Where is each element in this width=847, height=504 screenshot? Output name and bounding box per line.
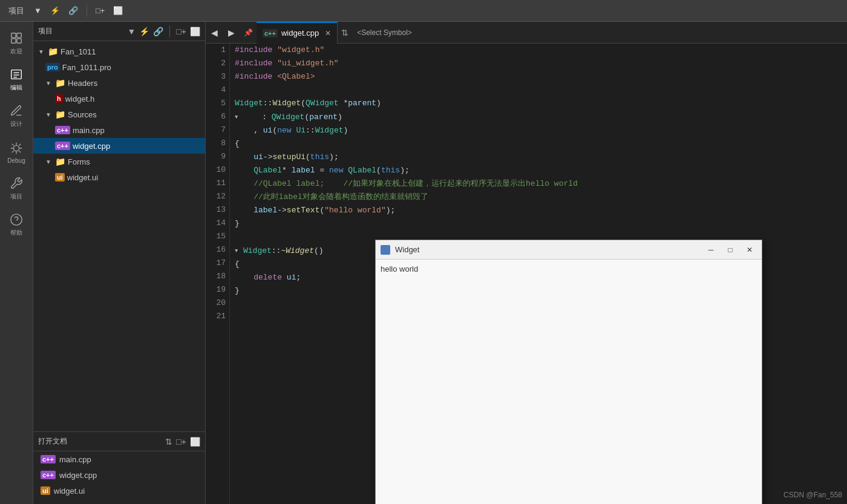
forms-folder-icon: 📁	[55, 157, 65, 166]
fold-arrow-6[interactable]: ▼	[235, 110, 243, 124]
toolbar-sep-1	[87, 5, 87, 17]
sources-name: Sources	[68, 110, 97, 119]
file-panel: 项目 ▼ ⚡ 🔗 □+ ⬜ ▼ 📁 Fan_1011 pro Fan_1011.…	[33, 22, 206, 504]
file-panel-filter2-btn[interactable]: ⚡	[139, 27, 149, 36]
svg-rect-3	[17, 39, 21, 43]
icon-sidebar: 欢迎 编辑 设计 Debug	[0, 22, 33, 504]
doc-widget-icon: c++	[41, 471, 56, 479]
tree-item-root[interactable]: ▼ 📁 Fan_1011	[33, 44, 205, 59]
file-panel-header: 项目 ▼ ⚡ 🔗 □+ ⬜	[33, 22, 205, 41]
tree-item-widget-ui[interactable]: ui widget.ui	[33, 169, 205, 185]
project-sidebar-label: 项目	[10, 192, 22, 201]
file-panel-img-btn[interactable]: ⬜	[190, 27, 200, 36]
main-area: 欢迎 编辑 设计 Debug	[0, 22, 847, 504]
tree-item-widget-cpp[interactable]: c++ widget.cpp	[33, 138, 205, 154]
open-docs-header: 打开文档 ⇅ □+ ⬜	[33, 432, 205, 451]
fold-arrow-16[interactable]: ▼	[235, 244, 243, 258]
tree-item-forms[interactable]: ▼ 📁 Forms	[33, 154, 205, 169]
file-panel-filter-btn[interactable]: ▼	[128, 27, 136, 36]
tree-item-main-cpp[interactable]: c++ main.cpp	[33, 122, 205, 138]
open-doc-widget-cpp[interactable]: c++ widget.cpp	[33, 467, 205, 483]
headers-folder-icon: 📁	[55, 78, 65, 88]
forms-arrow: ▼	[45, 159, 53, 165]
edit-label: 编辑	[10, 83, 22, 92]
popup-window: Widget ─ □ ✕ hello world	[375, 240, 762, 504]
widget-h-name: widget.h	[65, 94, 94, 103]
popup-title-icon	[381, 245, 390, 255]
main-cpp-name: main.cpp	[73, 126, 105, 135]
tree-item-pro[interactable]: pro Fan_1011.pro	[33, 59, 205, 75]
doc-main-icon: c++	[41, 455, 56, 463]
file-panel-add-btn[interactable]: □+	[176, 27, 186, 36]
nav-back-btn[interactable]: ◀	[206, 22, 223, 44]
tab-widget-cpp-name: widget.cpp	[281, 28, 319, 38]
line-numbers: 1 2 3 4 5 6 7 8 9 10 11 12 13 14 15 16 1…	[206, 44, 230, 504]
open-docs-panel: 打开文档 ⇅ □+ ⬜ c++ main.cpp c++ widget.cpp …	[33, 431, 205, 504]
popup-minimize-btn[interactable]: ─	[704, 244, 718, 256]
sources-arrow: ▼	[45, 111, 53, 118]
open-docs-title: 打开文档	[38, 436, 162, 447]
open-docs-sort-btn[interactable]: ⇅	[165, 437, 172, 447]
pro-name: Fan_1011.pro	[62, 63, 111, 72]
symbol-placeholder: <Select Symbol>	[357, 28, 412, 37]
add-icon-btn[interactable]: □+	[93, 5, 107, 16]
tree-item-headers[interactable]: ▼ 📁 Headers	[33, 75, 205, 91]
open-docs-add-btn[interactable]: □+	[176, 437, 186, 447]
headers-arrow: ▼	[45, 80, 53, 87]
image-icon-btn[interactable]: ⬜	[111, 5, 125, 16]
tab-widget-cpp[interactable]: c++ widget.cpp ✕	[257, 22, 338, 44]
root-folder-icon: 📁	[48, 47, 58, 56]
open-docs-list: c++ main.cpp c++ widget.cpp ui widget.ui	[33, 451, 205, 504]
tab-sort-btn[interactable]: ⇅	[338, 22, 352, 44]
main-cpp-icon: c++	[55, 126, 70, 134]
debug-label: Debug	[7, 157, 25, 164]
editor-tabbar: ◀ ▶ 📌 c++ widget.cpp ✕ ⇅ <Select Symbol>	[206, 22, 847, 44]
popup-maximize-btn[interactable]: □	[723, 244, 737, 256]
svg-rect-2	[11, 39, 16, 43]
tree-item-sources[interactable]: ▼ 📁 Sources	[33, 106, 205, 122]
root-name: Fan_1011	[60, 47, 96, 56]
pro-icon: pro	[45, 63, 60, 71]
file-tree: ▼ 📁 Fan_1011 pro Fan_1011.pro ▼ 📁 Header…	[33, 41, 205, 431]
popup-content: hello world	[376, 260, 762, 504]
open-docs-scroll-btn[interactable]: ⬜	[190, 437, 200, 447]
watermark: CSDN @Fan_558	[783, 491, 842, 499]
doc-ui-name: widget.ui	[54, 486, 85, 496]
sidebar-item-project[interactable]: 项目	[1, 172, 31, 206]
filter-btn[interactable]: ▼	[31, 5, 44, 16]
project-label: 项目	[5, 4, 28, 18]
file-panel-link-btn[interactable]: 🔗	[153, 27, 163, 36]
popup-title-text: Widget	[395, 245, 699, 254]
open-doc-main-cpp[interactable]: c++ main.cpp	[33, 451, 205, 467]
sidebar-item-debug[interactable]: Debug	[1, 136, 31, 169]
editor-area: ◀ ▶ 📌 c++ widget.cpp ✕ ⇅ <Select Symbol>…	[206, 22, 847, 504]
filter-icon-btn[interactable]: ⚡	[48, 5, 62, 16]
tree-item-widget-h[interactable]: h widget.h	[33, 91, 205, 106]
popup-close-btn[interactable]: ✕	[742, 244, 757, 256]
widget-cpp-name: widget.cpp	[73, 142, 110, 151]
main-toolbar: 项目 ▼ ⚡ 🔗 □+ ⬜	[0, 0, 847, 22]
link-icon-btn[interactable]: 🔗	[66, 5, 80, 16]
sidebar-item-welcome[interactable]: 欢迎	[1, 27, 31, 61]
sidebar-item-design[interactable]: 设计	[1, 99, 31, 133]
doc-widget-name: widget.cpp	[59, 471, 97, 480]
h-icon: h	[55, 94, 63, 103]
file-panel-sep	[169, 25, 170, 38]
svg-point-9	[11, 214, 22, 225]
svg-rect-0	[11, 33, 16, 38]
svg-rect-11	[382, 247, 388, 253]
pin-btn[interactable]: 📌	[240, 22, 257, 44]
doc-ui-icon: ui	[41, 486, 50, 495]
doc-main-name: main.cpp	[59, 455, 91, 464]
sources-folder-icon: 📁	[55, 110, 65, 119]
help-label: 帮助	[10, 229, 22, 237]
nav-forward-btn[interactable]: ▶	[223, 22, 240, 44]
svg-rect-1	[17, 33, 21, 38]
design-label: 设计	[10, 120, 22, 128]
svg-point-8	[13, 145, 19, 151]
open-doc-widget-ui[interactable]: ui widget.ui	[33, 483, 205, 499]
sidebar-item-help[interactable]: 帮助	[1, 208, 31, 242]
tab-close-btn[interactable]: ✕	[325, 29, 331, 38]
tab-cpp-icon: c++	[263, 29, 278, 38]
sidebar-item-edit[interactable]: 编辑	[1, 63, 31, 97]
